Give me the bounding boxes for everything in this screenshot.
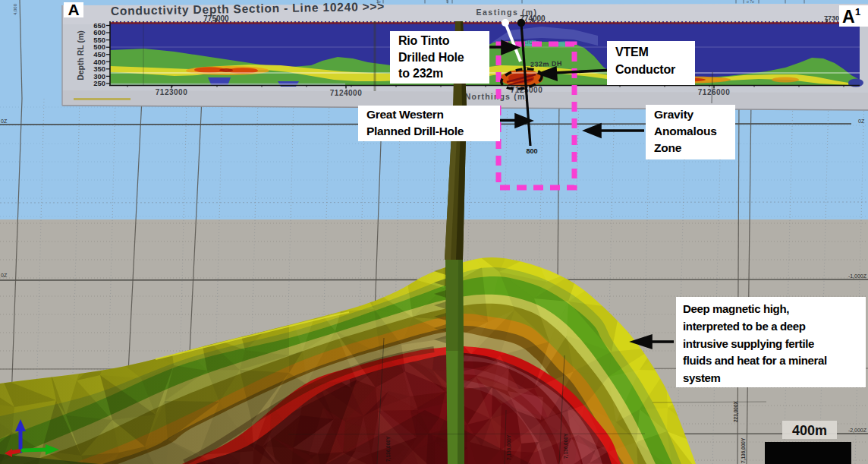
svg-text:1o: 1o [376,0,381,4]
svg-text:7,136,000Y: 7,136,000Y [563,433,569,459]
svg-text:223,000X: 223,000X [733,401,739,422]
svg-text:A: A [68,1,79,18]
svg-text:400m: 400m [792,423,827,438]
svg-text:0Z: 0Z [858,118,865,124]
svg-text:7,136,000Y: 7,136,000Y [741,437,747,463]
svg-text:775000: 775000 [203,14,229,23]
svg-text:7123000: 7123000 [156,88,187,96]
svg-text:7,136,000Y: 7,136,000Y [506,434,512,460]
svg-text:7124000: 7124000 [330,89,362,97]
svg-text:1: 1 [855,6,860,17]
svg-text:800: 800 [526,147,537,155]
svg-text:7,136,000Y: 7,136,000Y [385,436,392,462]
svg-text:9: 9 [446,0,448,4]
svg-text:-1,000Z: -1,000Z [848,273,867,279]
svg-text:0Z: 0Z [1,118,8,124]
svg-text:0Z: 0Z [1,273,8,278]
svg-text:7730: 7730 [824,14,839,22]
svg-text:250: 250 [93,79,105,87]
svg-text:232m DH: 232m DH [530,60,562,68]
svg-text:A: A [842,7,855,27]
svg-text:Depth RL (m): Depth RL (m) [76,30,85,80]
svg-text:o 7o: o 7o [747,0,754,4]
svg-text:-2,000Z: -2,000Z [848,428,867,433]
svg-text:4,000: 4,000 [13,3,17,15]
svg-text:7126000: 7126000 [698,88,730,96]
